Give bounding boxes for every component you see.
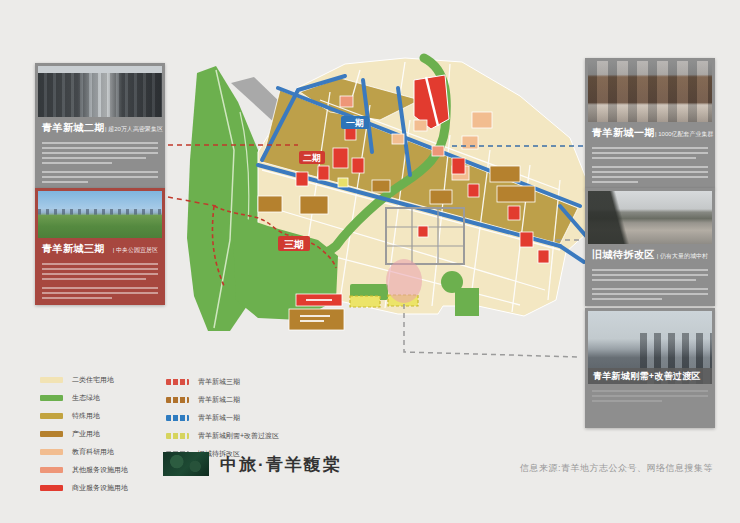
legend-item: 二类住宅用地	[40, 375, 128, 385]
card-subtitle: | 仍有大量的城中村	[657, 252, 708, 261]
legend-item: 青羊新城三期	[166, 377, 279, 387]
card-subtitle: | 1000亿配套产业集群	[655, 130, 714, 139]
legend-label: 教育科研用地	[72, 447, 114, 457]
legend-column-landuse: 二类住宅用地生态绿地特殊用地产业用地教育科研用地其他服务设施用地商业服务设施用地	[40, 375, 128, 501]
brand-logo: 中旅·青羊馥棠	[163, 452, 342, 476]
legend-swatch	[40, 377, 63, 383]
card-transition: 青羊新城刚需+改善过渡区	[585, 308, 715, 428]
card-phase2: 青羊新城二期 | 超20万人高密聚集区	[35, 63, 165, 189]
logo-image	[163, 452, 209, 476]
card-body-text	[588, 141, 712, 183]
phase2-label: 二期	[299, 151, 325, 164]
logo-text: 中旅·青羊馥棠	[220, 453, 342, 476]
legend-swatch	[166, 397, 189, 403]
legend-swatch	[40, 431, 63, 437]
photo-transition: 青羊新城刚需+改善过渡区	[588, 311, 712, 384]
card-title: 青羊新城二期	[42, 121, 105, 135]
legend-item: 商业服务设施用地	[40, 483, 128, 493]
legend-label: 青羊新城二期	[198, 395, 240, 405]
svg-text:二期: 二期	[303, 153, 321, 163]
legend-swatch	[166, 379, 189, 385]
source-note: 信息来源:青羊地方志公众号、网络信息搜集等	[520, 462, 713, 475]
legend-item: 特殊用地	[40, 411, 128, 421]
card-body-text	[38, 136, 162, 183]
legend-swatch	[40, 449, 63, 455]
card-title: 青羊新城刚需+改善过渡区	[593, 370, 701, 383]
mixed-parcel	[338, 178, 348, 187]
phase1-label: 一期	[341, 116, 369, 129]
svg-text:一期: 一期	[346, 118, 364, 128]
legend-swatch	[40, 485, 63, 491]
card-title: 青羊新城三期	[42, 242, 105, 256]
legend-label: 青羊新城三期	[198, 377, 240, 387]
legend-label: 特殊用地	[72, 411, 100, 421]
svg-text:三期: 三期	[284, 239, 304, 250]
legend-label: 青羊新城刚需+改善过渡区	[198, 431, 279, 441]
legend-label: 生态绿地	[72, 393, 100, 403]
card-title: 旧城待拆改区	[592, 248, 655, 262]
legend-swatch	[40, 467, 63, 473]
card-subtitle: | 中央公园宜居区	[113, 246, 158, 255]
legend-label: 商业服务设施用地	[72, 483, 128, 493]
phase3-label: 三期	[278, 236, 310, 251]
legend-label: 青羊新城一期	[198, 413, 240, 423]
photo-phase1	[588, 61, 712, 122]
legend-item: 生态绿地	[40, 393, 128, 403]
legend-label: 其他服务设施用地	[72, 465, 128, 475]
legend-label: 产业用地	[72, 429, 100, 439]
legend-item: 其他服务设施用地	[40, 465, 128, 475]
legend-swatch	[166, 415, 189, 421]
photo-oldtown	[588, 191, 712, 244]
photo-phase3	[38, 191, 162, 238]
legend-swatch	[166, 433, 189, 439]
card-body-text	[588, 263, 712, 300]
card-subtitle: | 超20万人高密聚集区	[105, 125, 163, 134]
card-body-text	[588, 384, 712, 402]
legend-swatch	[40, 395, 63, 401]
legend-item: 青羊新城二期	[166, 395, 279, 405]
legend-label: 二类住宅用地	[72, 375, 114, 385]
card-phase1: 青羊新城一期 | 1000亿配套产业集群	[585, 58, 715, 189]
legend-item: 青羊新城一期	[166, 413, 279, 423]
poster-canvas: 一期 二期 三期 青羊新城二期 | 超20万人高密聚集区 青羊新城三期 | 中央…	[0, 0, 740, 523]
commercial-parcel-text	[306, 299, 332, 301]
photo-phase2	[38, 66, 162, 117]
card-title: 青羊新城一期	[592, 126, 655, 140]
legend-item: 青羊新城刚需+改善过渡区	[166, 431, 279, 441]
card-oldtown: 旧城待拆改区 | 仍有大量的城中村	[585, 188, 715, 306]
legend-item: 教育科研用地	[40, 447, 128, 457]
card-phase3: 青羊新城三期 | 中央公园宜居区	[35, 188, 165, 305]
legend-item: 产业用地	[40, 429, 128, 439]
site-highlight-ellipse	[386, 259, 422, 303]
card-body-text	[38, 257, 162, 299]
legend-swatch	[40, 413, 63, 419]
